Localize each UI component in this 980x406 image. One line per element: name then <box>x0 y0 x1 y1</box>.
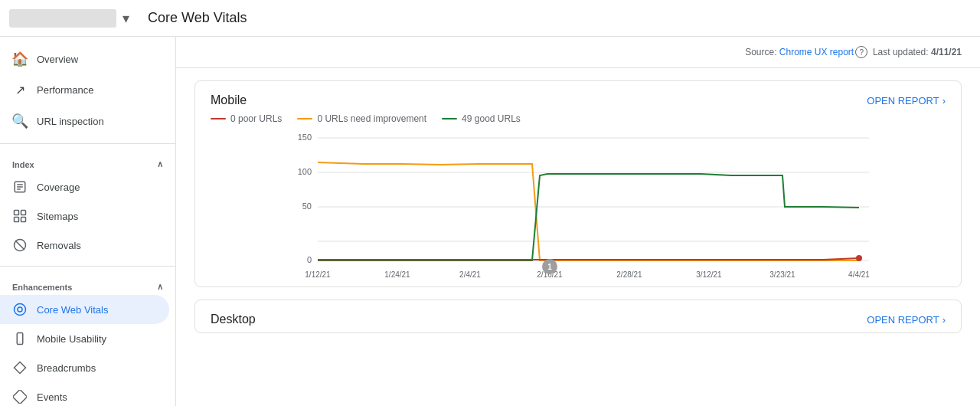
sidebar-item-label: Coverage <box>37 182 80 193</box>
mobile-chart-card: Mobile OPEN REPORT › 0 poor URLs 0 URLs … <box>194 80 962 287</box>
svg-marker-14 <box>15 362 26 374</box>
mobile-open-report-link[interactable]: OPEN REPORT › <box>867 95 946 106</box>
sidebar-item-core-web-vitals[interactable]: Core Web Vitals <box>0 295 169 324</box>
sidebar-item-mobile-usability[interactable]: Mobile Usability <box>0 324 169 353</box>
sidebar-item-removals[interactable]: Removals <box>0 231 169 260</box>
sidebar-item-coverage[interactable]: Coverage <box>0 172 169 201</box>
removals-icon <box>12 238 28 252</box>
sidebar-item-label: Core Web Vitals <box>37 304 108 316</box>
sidebar-item-breadcrumbs[interactable]: Breadcrumbs <box>0 353 169 382</box>
svg-rect-12 <box>17 333 23 345</box>
svg-text:2/28/21: 2/28/21 <box>616 270 642 279</box>
top-bar: ▾ Core Web Vitals <box>0 0 980 37</box>
orange-line <box>318 162 859 260</box>
svg-text:2/4/21: 2/4/21 <box>459 270 481 279</box>
sidebar-item-overview[interactable]: 🏠 Overview <box>0 43 169 75</box>
svg-rect-7 <box>21 218 26 222</box>
svg-rect-4 <box>15 211 19 215</box>
svg-text:1: 1 <box>547 263 552 271</box>
home-icon: 🏠 <box>12 51 28 67</box>
legend-line-needs-improvement <box>297 118 312 120</box>
sidebar-item-label: Removals <box>37 240 81 251</box>
legend-label-good: 49 good URLs <box>462 113 521 124</box>
mobile-icon <box>12 332 28 345</box>
red-endpoint <box>856 255 862 261</box>
chart-header-desktop: Desktop OPEN REPORT › <box>195 300 961 332</box>
layout: 🏠 Overview ↗ Performance 🔍 URL inspectio… <box>0 37 980 406</box>
desktop-open-report-link[interactable]: OPEN REPORT › <box>867 314 946 326</box>
svg-text:1/24/21: 1/24/21 <box>384 270 410 279</box>
sidebar-item-sitemaps[interactable]: Sitemaps <box>0 201 169 231</box>
sidebar-item-label: Events <box>37 391 67 403</box>
desktop-chart-title: Desktop <box>211 313 256 326</box>
source-label: Source: <box>745 47 776 57</box>
breadcrumbs-icon <box>12 361 28 375</box>
help-icon[interactable]: ? <box>855 46 867 58</box>
legend-line-poor <box>211 118 226 120</box>
mobile-chart-svg: 150 100 50 0 1/12/21 1/24/21 2/4/21 2/16… <box>211 130 946 283</box>
collapse-icon-2[interactable]: ∧ <box>157 282 163 292</box>
desktop-chart-card: Desktop OPEN REPORT › <box>194 300 962 333</box>
legend-label-poor: 0 poor URLs <box>230 113 282 124</box>
sidebar-item-performance[interactable]: ↗ Performance <box>0 75 169 105</box>
sidebar-item-label: Overview <box>37 54 78 65</box>
arrow-icon: › <box>942 95 946 106</box>
page-title: Core Web Vitals <box>148 10 247 26</box>
svg-line-9 <box>15 241 24 250</box>
svg-point-10 <box>15 304 26 316</box>
logo <box>9 9 116 28</box>
core-web-vitals-icon <box>12 303 28 316</box>
green-line <box>318 174 859 260</box>
source-bar: Source: Chrome UX report ? Last updated:… <box>176 37 980 68</box>
legend-item-needs-improvement: 0 URLs need improvement <box>297 113 426 124</box>
sidebar-item-label: Sitemaps <box>37 211 78 222</box>
chart-header-mobile: Mobile OPEN REPORT › <box>195 81 961 113</box>
svg-text:0: 0 <box>307 255 312 264</box>
sidebar-item-label: Performance <box>37 84 93 96</box>
sidebar-section-index: Index ∧ <box>0 150 175 172</box>
svg-point-11 <box>18 307 22 312</box>
content-area: Mobile OPEN REPORT › 0 poor URLs 0 URLs … <box>176 68 980 358</box>
sidebar-divider <box>0 143 175 144</box>
svg-text:100: 100 <box>298 167 312 176</box>
sidebar-item-label: Breadcrumbs <box>37 362 96 374</box>
svg-text:1/12/21: 1/12/21 <box>305 270 331 279</box>
svg-text:150: 150 <box>298 133 312 142</box>
search-icon: 🔍 <box>12 113 28 129</box>
legend-label-needs-improvement: 0 URLs need improvement <box>317 113 426 124</box>
legend-item-good: 49 good URLs <box>442 113 521 124</box>
last-updated-label: Last updated: <box>873 47 929 57</box>
legend-line-good <box>442 118 457 120</box>
main-content: Source: Chrome UX report ? Last updated:… <box>176 37 980 406</box>
svg-rect-15 <box>13 390 27 404</box>
svg-text:3/23/21: 3/23/21 <box>769 270 795 279</box>
svg-rect-5 <box>21 211 26 215</box>
source-link[interactable]: Chrome UX report <box>779 47 854 57</box>
events-icon <box>12 390 28 404</box>
svg-text:3/12/21: 3/12/21 <box>696 270 722 279</box>
last-updated-value: 4/11/21 <box>931 47 962 57</box>
sidebar-divider-2 <box>0 266 175 267</box>
coverage-icon <box>12 180 28 194</box>
sidebar-item-label: URL inspection <box>37 116 104 127</box>
mobile-chart-area: 150 100 50 0 1/12/21 1/24/21 2/4/21 2/16… <box>195 130 961 286</box>
mobile-chart-legend: 0 poor URLs 0 URLs need improvement 49 g… <box>195 113 961 130</box>
sidebar-section-enhancements: Enhancements ∧ <box>0 273 175 295</box>
dropdown-icon[interactable]: ▾ <box>122 10 129 27</box>
collapse-icon[interactable]: ∧ <box>157 159 163 169</box>
performance-icon: ↗ <box>12 83 28 97</box>
svg-text:50: 50 <box>302 201 312 211</box>
mobile-chart-title: Mobile <box>211 93 247 107</box>
svg-rect-6 <box>15 218 19 222</box>
legend-item-poor: 0 poor URLs <box>211 113 282 124</box>
svg-text:4/4/21: 4/4/21 <box>848 270 870 279</box>
sidebar-item-events[interactable]: Events <box>0 382 169 406</box>
sidebar-item-label: Mobile Usability <box>37 333 106 345</box>
sidebar: 🏠 Overview ↗ Performance 🔍 URL inspectio… <box>0 37 176 406</box>
red-line <box>318 258 859 260</box>
arrow-icon-desktop: › <box>942 314 946 326</box>
sidebar-item-url-inspection[interactable]: 🔍 URL inspection <box>0 105 169 137</box>
sitemaps-icon <box>12 209 28 223</box>
